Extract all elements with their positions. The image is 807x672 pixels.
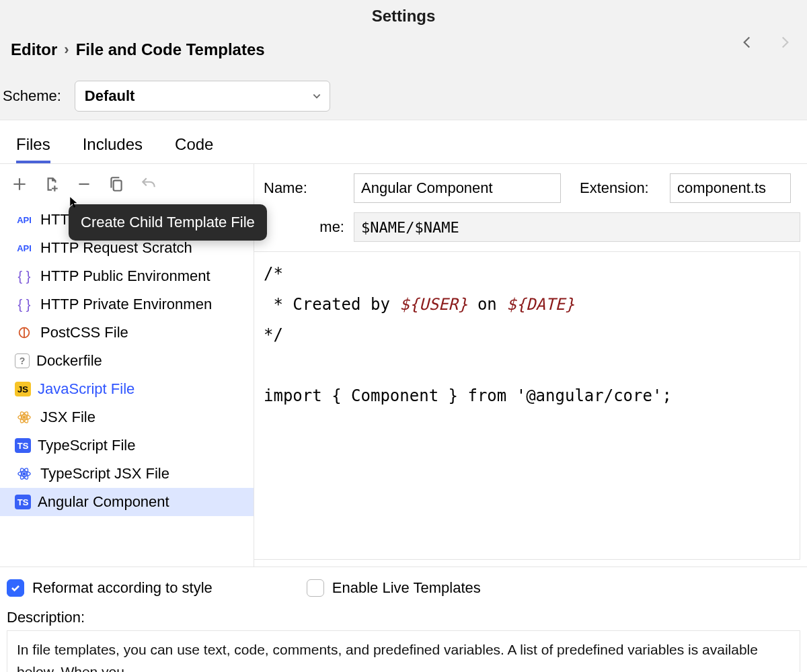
extension-label: Extension:	[580, 179, 660, 197]
list-item[interactable]: TS TypeScript File	[0, 431, 254, 460]
list-item-selected[interactable]: TS Angular Component	[0, 488, 254, 516]
add-template-button[interactable]	[9, 174, 30, 194]
create-child-template-button[interactable]	[42, 174, 62, 194]
settings-title: Settings	[0, 4, 807, 31]
tooltip: Create Child Template File	[69, 204, 267, 241]
checkbox-unchecked-icon	[307, 579, 324, 597]
tab-code[interactable]: Code	[175, 135, 213, 163]
breadcrumb: Editor › File and Code Templates	[0, 31, 807, 75]
live-templates-checkbox[interactable]: Enable Live Templates	[307, 579, 481, 597]
list-item[interactable]: PostCSS File	[0, 319, 254, 347]
postcss-icon	[15, 325, 34, 341]
mouse-cursor-icon	[69, 196, 81, 208]
extension-input[interactable]	[670, 173, 791, 203]
checkbox-checked-icon	[7, 579, 24, 597]
tab-files[interactable]: Files	[16, 135, 50, 163]
filename-input[interactable]	[354, 212, 800, 242]
list-item[interactable]: ? Dockerfile	[0, 347, 254, 375]
api-icon: API	[15, 240, 34, 256]
undo-button[interactable]	[139, 174, 159, 194]
js-icon: JS	[15, 382, 31, 396]
ts-icon: TS	[15, 495, 31, 509]
list-item[interactable]: JSX File	[0, 403, 254, 431]
forward-button[interactable]	[776, 34, 794, 53]
name-input[interactable]	[354, 173, 561, 203]
breadcrumb-current: File and Code Templates	[76, 40, 265, 59]
back-button[interactable]	[738, 34, 756, 53]
scheme-select[interactable]: Default	[75, 81, 330, 112]
list-item[interactable]: { } HTTP Public Environment	[0, 262, 254, 290]
svg-rect-0	[114, 181, 122, 191]
scheme-label: Scheme:	[3, 87, 61, 105]
braces-icon: { }	[15, 268, 34, 284]
tab-includes[interactable]: Includes	[83, 135, 143, 163]
reformat-checkbox[interactable]: Reformat according to style	[7, 579, 213, 597]
description-box: In file templates, you can use text, cod…	[7, 630, 800, 672]
api-icon: API	[15, 212, 34, 228]
description-label: Description:	[0, 602, 807, 630]
list-item[interactable]: JS JavaScript File	[0, 375, 254, 403]
template-editor[interactable]: /* * Created by ${USER} on ${DATE} */ im…	[254, 251, 800, 560]
ts-icon: TS	[15, 438, 31, 453]
remove-template-button[interactable]	[74, 174, 94, 194]
svg-point-2	[23, 416, 26, 419]
template-list: API HTT API HTTP Request Scratch { } HTT…	[0, 204, 254, 566]
react-icon	[15, 466, 34, 482]
name-label: Name:	[264, 179, 344, 197]
breadcrumb-editor[interactable]: Editor	[11, 40, 57, 59]
list-item[interactable]: TypeScript JSX File	[0, 460, 254, 488]
list-item[interactable]: { } HTTP Private Environmen	[0, 290, 254, 319]
docker-icon: ?	[15, 353, 30, 368]
react-icon	[15, 409, 34, 425]
svg-point-6	[23, 472, 26, 475]
copy-template-button[interactable]	[106, 174, 126, 194]
braces-icon: { }	[15, 296, 34, 312]
